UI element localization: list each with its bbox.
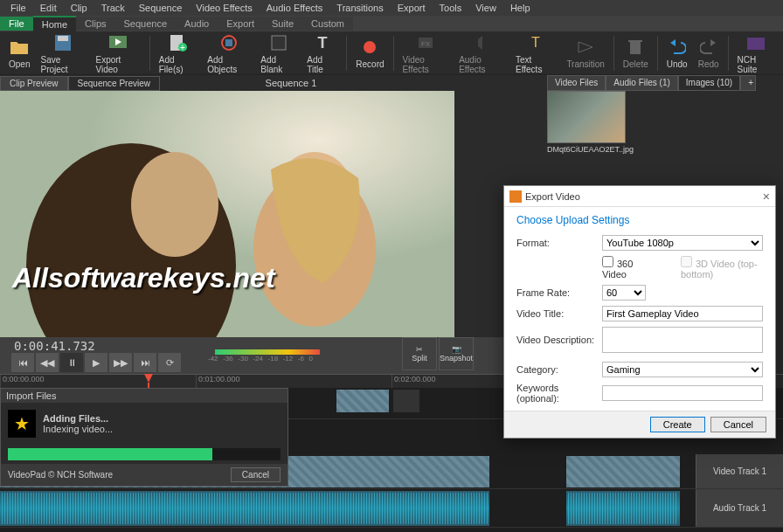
undo-button[interactable]: Undo [662,35,693,71]
text-fx-icon: T [525,32,546,53]
audio-effects-button[interactable]: Audio Effects [454,31,510,76]
add-files-button[interactable]: +Add File(s) [154,31,203,76]
pause-button[interactable]: ⏸ [60,353,83,372]
add-title-icon: T [312,32,333,53]
menu-bar: File Edit Clip Track Sequence Video Effe… [0,0,783,16]
loop-button[interactable]: ⟳ [158,353,181,372]
skip-start-button[interactable]: ⏮ [11,353,34,372]
add-title-button[interactable]: TAdd Title [301,31,343,76]
menu-video-effects[interactable]: Video Effects [189,3,259,13]
category-select[interactable]: Gaming [602,362,763,377]
menu-help[interactable]: Help [503,3,537,13]
ribbon-tab-file[interactable]: File [0,17,33,31]
snapshot-button[interactable]: 📷Snapshot [439,337,474,370]
3d-video-checkbox[interactable]: 3D Video (top-bottom) [681,256,763,280]
framerate-select[interactable]: 60 [602,285,646,301]
create-button[interactable]: Create [650,417,705,432]
svg-rect-1 [58,36,68,41]
svg-rect-15 [630,42,641,54]
media-thumbnail[interactable]: DMqt6CiUEAAO2ET..jpg [547,91,634,169]
export-video-button[interactable]: Export Video [91,31,146,76]
video-desc-input[interactable] [602,327,763,353]
menu-clip[interactable]: Clip [64,3,94,13]
ribbon-tab-home[interactable]: Home [33,16,76,31]
images-tab[interactable]: Images (10) [678,75,740,91]
add-objects-button[interactable]: Add Objects [202,31,255,76]
ribbon-tab-clips[interactable]: Clips [76,17,114,31]
add-objects-icon [218,32,239,53]
svg-text:FX: FX [421,40,431,48]
import-cancel-button[interactable]: Cancel [231,467,281,482]
ribbon-tab-suite[interactable]: Suite [263,17,302,31]
video-files-tab[interactable]: Video Files [547,75,606,91]
menu-audio-effects[interactable]: Audio Effects [260,3,330,13]
sequence-preview-tab[interactable]: Sequence Preview [68,76,160,91]
separator [728,36,729,71]
nch-suite-button[interactable]: NCH Suite [732,31,780,76]
clip-preview-tab[interactable]: Clip Preview [0,76,68,91]
ribbon-tab-sequence[interactable]: Sequence [115,17,177,31]
ribbon-tab-custom[interactable]: Custom [302,17,353,31]
export-cancel-button[interactable]: Cancel [710,417,766,432]
save-project-button[interactable]: Save Project [35,31,90,76]
format-select[interactable]: YouTube 1080p [602,235,763,251]
video-clip[interactable] [336,390,389,412]
open-button[interactable]: Open [3,35,35,71]
keywords-input[interactable] [602,385,763,401]
play-button[interactable]: ▶ [85,353,107,372]
video-clip[interactable] [393,390,419,412]
fast-forward-button[interactable]: ▶▶ [109,353,132,372]
svg-text:T: T [317,34,327,52]
redo-icon [698,37,719,58]
audio-files-tab[interactable]: Audio Files (1) [606,75,677,91]
import-dialog-title: Import Files [1,389,288,403]
add-file-label: Add File(s) [159,55,197,74]
split-button[interactable]: ✂Split [402,337,437,370]
export-titlebar[interactable]: Export Video × [504,186,775,207]
separator [393,36,394,71]
video-title-label: Video Title: [516,308,602,319]
menu-transitions[interactable]: Transitions [329,3,390,13]
add-blank-button[interactable]: Add Blank [255,31,301,76]
menu-edit[interactable]: Edit [33,3,64,13]
delete-button[interactable]: Delete [618,35,654,71]
menu-view[interactable]: View [468,3,503,13]
menu-sequence[interactable]: Sequence [132,3,190,13]
video-track-1-header[interactable]: Video Track 1 [696,454,783,488]
undo-label: Undo [667,59,688,69]
adding-files-label: Adding Files... [43,413,113,424]
video-title-input[interactable] [602,306,763,321]
redo-button[interactable]: Redo [693,35,724,71]
add-bin-tab[interactable]: + [740,75,756,91]
360-video-checkbox[interactable]: 360 Video [602,256,646,280]
video-clip[interactable] [566,456,680,487]
audio-clip[interactable] [566,491,680,526]
rewind-button[interactable]: ◀◀ [36,353,59,372]
menu-track[interactable]: Track [94,3,132,13]
suite-label: NCH Suite [738,55,775,74]
menu-export[interactable]: Export [391,3,433,13]
close-icon[interactable]: × [763,190,770,204]
split-label: Split [412,354,427,363]
save-label: Save Project [40,55,85,74]
tool-cluster: ✂Split 📷Snapshot [402,337,474,370]
suite-icon [745,32,766,53]
video-effects-button[interactable]: FXVideo Effects [397,31,454,76]
skip-end-button[interactable]: ⏭ [134,353,156,372]
ribbon-tab-audio[interactable]: Audio [176,17,218,31]
export-icon [107,32,128,53]
ribbon-tab-export[interactable]: Export [218,17,263,31]
record-button[interactable]: Record [350,35,389,71]
meter-scale: -42-36-30-24-18-12-60 [208,355,313,363]
text-effects-button[interactable]: TText Effects [510,31,561,76]
import-files-dialog: Import Files ★ Adding Files... Indexing … [0,388,288,487]
menu-file[interactable]: File [3,3,33,13]
audio-track-1-header[interactable]: Audio Track 1 [696,489,783,527]
audio-clip-main[interactable] [0,491,489,526]
separator [346,36,347,71]
transition-button[interactable]: Transition [561,35,610,71]
ribbon-toolbar: Open Save Project Export Video +Add File… [0,31,783,75]
undo-icon [667,37,688,58]
record-label: Record [356,59,384,69]
menu-tools[interactable]: Tools [433,3,469,13]
